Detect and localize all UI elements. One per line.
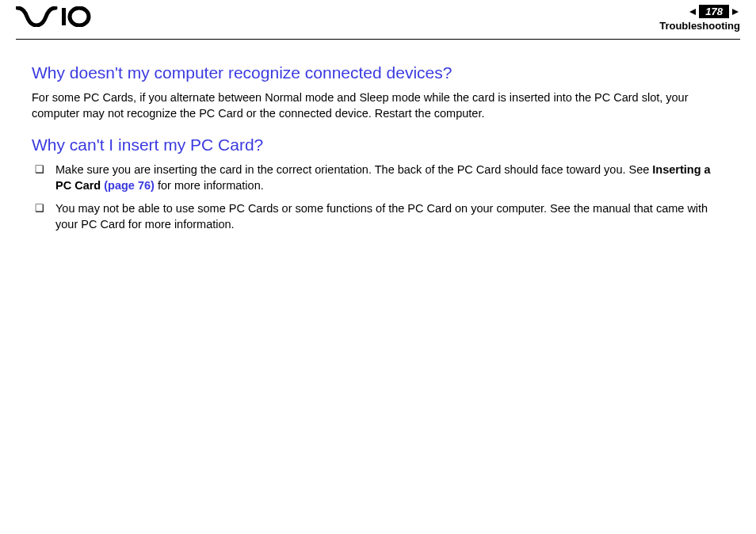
list-text: You may not be able to use some PC Cards… [55, 202, 708, 231]
page-header: 178 Troubleshooting [16, 0, 740, 40]
page-content: Why doesn't my computer recognize connec… [0, 40, 756, 232]
svg-rect-0 [62, 8, 66, 25]
answer-list-2: Make sure you are inserting the card in … [32, 162, 724, 232]
page-navigation: 178 [659, 5, 740, 18]
vaio-logo [16, 6, 91, 27]
page-ref-link[interactable]: (page 76) [104, 179, 155, 192]
list-item: Make sure you are inserting the card in … [32, 162, 724, 193]
list-text: Make sure you are inserting the card in … [55, 163, 652, 176]
question-heading-2: Why can't I insert my PC Card? [32, 135, 724, 154]
svg-point-1 [70, 8, 89, 25]
answer-text-1: For some PC Cards, if you alternate betw… [32, 90, 724, 121]
section-label: Troubleshooting [659, 20, 740, 32]
page-number: 178 [699, 5, 729, 18]
question-heading-1: Why doesn't my computer recognize connec… [32, 63, 724, 82]
list-text-post: for more information. [155, 179, 264, 192]
prev-page-arrow-icon[interactable] [688, 7, 697, 17]
header-right: 178 Troubleshooting [659, 5, 740, 32]
next-page-arrow-icon[interactable] [731, 7, 740, 17]
list-item: You may not be able to use some PC Cards… [32, 201, 724, 232]
